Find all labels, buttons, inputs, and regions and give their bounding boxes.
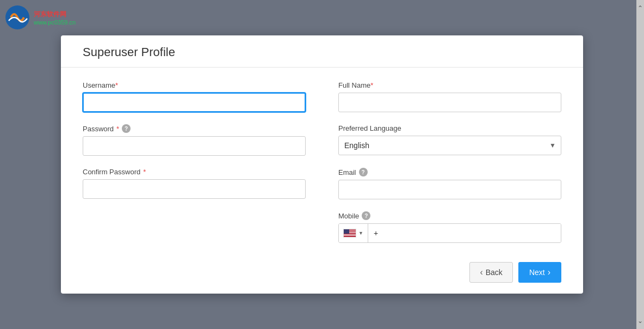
- page-scrollbar[interactable]: ⌃ ⌄: [636, 0, 644, 329]
- empty-left: [83, 211, 306, 243]
- password-input[interactable]: [83, 136, 306, 156]
- email-help-icon[interactable]: ?: [359, 168, 368, 176]
- password-required: *: [116, 125, 119, 133]
- fullname-label: Full Name*: [338, 81, 561, 89]
- back-icon: ‹: [480, 267, 482, 277]
- watermark: 河东软件网 www.pc0359.cn: [4, 4, 76, 31]
- mobile-input[interactable]: [368, 224, 561, 242]
- confirm-password-label: Confirm Password*: [83, 168, 306, 176]
- us-flag: [343, 229, 356, 237]
- next-icon: ›: [548, 267, 550, 277]
- password-group: Password* ?: [83, 124, 306, 156]
- confirm-password-input[interactable]: [83, 179, 306, 199]
- username-group: Username*: [83, 81, 306, 112]
- mobile-group: Mobile ?: [338, 211, 561, 243]
- mobile-input-wrapper: ▼: [338, 223, 561, 243]
- language-select[interactable]: English Spanish French German Chinese: [338, 136, 561, 155]
- language-group: Preferred Language English Spanish Frenc…: [338, 124, 561, 156]
- form-row-4: Mobile ?: [83, 211, 561, 243]
- modal-title: Superuser Profile: [83, 45, 561, 59]
- mobile-help-icon[interactable]: ?: [362, 211, 370, 220]
- password-label: Password* ?: [83, 124, 306, 133]
- email-group: Email ?: [338, 168, 561, 199]
- fullname-group: Full Name*: [338, 81, 561, 112]
- scrollbar-down-arrow[interactable]: ⌄: [636, 313, 644, 329]
- watermark-logo: [4, 4, 30, 31]
- form-row-3: Confirm Password* Email ?: [83, 168, 561, 199]
- next-label: Next: [529, 268, 545, 277]
- language-select-wrapper: English Spanish French German Chinese ▼: [338, 136, 561, 155]
- username-required: *: [115, 81, 118, 89]
- mobile-label: Mobile ?: [338, 211, 561, 220]
- fullname-required: *: [370, 81, 373, 89]
- language-label: Preferred Language: [338, 124, 561, 132]
- form-row-1: Username* Full Name*: [83, 81, 561, 112]
- back-label: Back: [486, 268, 503, 277]
- watermark-text: 河东软件网: [34, 10, 76, 19]
- fullname-input[interactable]: [338, 93, 561, 112]
- next-button[interactable]: Next ›: [518, 262, 561, 283]
- modal-header: Superuser Profile: [61, 35, 583, 68]
- confirm-password-group: Confirm Password*: [83, 168, 306, 199]
- confirm-password-required: *: [143, 168, 146, 176]
- flag-dropdown-chevron: ▼: [358, 230, 363, 236]
- back-button[interactable]: ‹ Back: [469, 262, 512, 283]
- email-label: Email ?: [338, 168, 561, 176]
- form-body: Username* Full Name* Password*: [61, 68, 583, 243]
- username-label: Username*: [83, 81, 306, 89]
- modal: Superuser Profile Username* Full Name*: [61, 35, 583, 294]
- form-row-2: Password* ? Preferred Language English S…: [83, 124, 561, 156]
- email-input[interactable]: [338, 180, 561, 199]
- username-input[interactable]: [83, 93, 306, 112]
- mobile-flag-selector[interactable]: ▼: [339, 224, 368, 242]
- watermark-url: www.pc0359.cn: [34, 19, 76, 26]
- footer-actions: ‹ Back Next ›: [61, 248, 583, 294]
- password-help-icon[interactable]: ?: [122, 124, 131, 133]
- scrollbar-up-arrow[interactable]: ⌃: [636, 0, 644, 16]
